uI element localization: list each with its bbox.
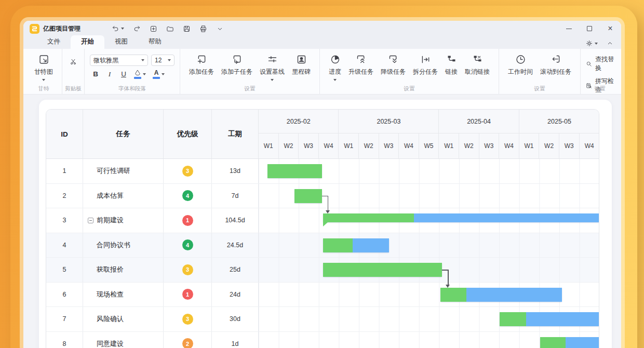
timeline-week: W3 (379, 133, 399, 159)
open-file-button[interactable] (166, 25, 174, 33)
table-row[interactable]: 7 风险确认 3 30d (46, 307, 259, 332)
timeline-week: W2 (459, 133, 479, 159)
progress-button[interactable]: 进度 (325, 53, 345, 82)
gantt-summary-bar[interactable] (323, 213, 599, 222)
work-time-button[interactable]: 工作时间 (504, 53, 536, 77)
find-replace-button[interactable]: 查找替换 (586, 55, 614, 73)
duration-cell: 30d (212, 307, 259, 331)
caret-down-icon (333, 79, 337, 81)
task-id: 4 (46, 233, 83, 258)
font-name-select[interactable]: 微软雅黑 (90, 55, 148, 66)
task-list: 1 可行性调研 3 13d 2 成本估算 4 7d 3 (46, 159, 259, 348)
collapse-ribbon-button[interactable] (606, 39, 614, 47)
column-header-id[interactable]: ID (46, 110, 83, 159)
font-color-button[interactable]: A (153, 70, 165, 79)
task-name-cell[interactable]: 可行性调研 (83, 159, 164, 183)
unlink-button[interactable]: 取消链接 (461, 53, 493, 77)
group-label: 剪贴板 (62, 85, 84, 92)
bar-remaining-segment (526, 312, 599, 326)
add-subtask-icon (232, 54, 243, 65)
duration-cell: 25d (212, 258, 259, 282)
more-commands-button[interactable] (216, 25, 224, 33)
table-row[interactable]: 8 同意建设 2 1d (46, 332, 259, 348)
undo-button[interactable] (112, 25, 124, 33)
split-task-button[interactable]: 拆分任务 (409, 53, 441, 77)
task-name-cell[interactable]: 同意建设 (83, 332, 164, 348)
close-button[interactable]: × (607, 25, 614, 32)
column-header-priority[interactable]: 优先级 (164, 110, 212, 159)
scroll-to-task-button[interactable]: 滚动到任务 (536, 53, 575, 77)
bar-remaining-segment (466, 288, 562, 302)
add-subtask-button[interactable]: 添加子任务 (218, 53, 256, 77)
task-name-cell[interactable]: 前期建设 (83, 208, 164, 233)
priority-badge: 4 (182, 239, 193, 250)
collapse-icon[interactable] (88, 218, 93, 223)
bar-progress-segment (267, 164, 321, 178)
gantt-task-bar[interactable] (500, 312, 599, 326)
fill-color-button[interactable] (134, 70, 146, 79)
gantt-task-bar[interactable] (294, 189, 321, 203)
task-name-cell[interactable]: 成本估算 (83, 184, 164, 208)
tab-help[interactable]: 帮助 (138, 35, 172, 49)
gantt-task-bar[interactable] (323, 263, 442, 277)
tab-home[interactable]: 开始 (71, 35, 104, 49)
table-row[interactable]: 5 获取报价 3 25d (46, 258, 259, 283)
timeline-week: W4 (499, 133, 519, 159)
link-button[interactable]: 链接 (441, 53, 461, 77)
milestone-icon (296, 54, 307, 65)
table-row[interactable]: 2 成本估算 4 7d (46, 184, 259, 209)
caret-down-icon (595, 43, 598, 45)
italic-button[interactable]: I (106, 70, 113, 78)
redo-button[interactable] (133, 25, 141, 33)
dependency-arrowhead-icon (326, 210, 330, 213)
timeline-week: W1 (439, 133, 459, 159)
app-title: 亿图项目管理 (43, 24, 81, 33)
maximize-button[interactable] (586, 25, 593, 32)
timeline-week: W1 (259, 133, 279, 159)
table-row[interactable]: 3 前期建设 1 104.5d (46, 208, 259, 233)
gantt-task-bar[interactable] (267, 164, 321, 178)
table-row[interactable]: 1 可行性调研 3 13d (46, 159, 259, 184)
task-name-cell[interactable]: 合同协议书 (83, 233, 164, 258)
task-name-cell[interactable]: 获取报价 (83, 258, 164, 282)
gantt-task-bar[interactable] (323, 238, 389, 252)
task-name-cell[interactable]: 现场检查 (83, 283, 164, 307)
task-name: 可行性调研 (97, 166, 130, 176)
fill-color-icon (134, 70, 141, 76)
gantt-task-bar[interactable] (540, 337, 599, 348)
new-document-button[interactable] (150, 25, 157, 33)
gantt-chart-button[interactable]: 甘特图 (31, 53, 57, 82)
font-color-letter: A (154, 70, 159, 76)
tab-file[interactable]: 文件 (37, 35, 71, 49)
underline-button[interactable]: U (120, 70, 127, 78)
save-button[interactable] (183, 25, 191, 33)
add-task-button[interactable]: 添加任务 (185, 53, 218, 77)
minimize-button[interactable] (565, 25, 572, 32)
task-name-cell[interactable]: 风险确认 (83, 307, 164, 331)
print-button[interactable] (199, 25, 207, 33)
cut-icon[interactable] (70, 58, 77, 65)
set-baseline-button[interactable]: 设置基线 (256, 53, 288, 82)
new-document-icon (150, 25, 157, 33)
titlebar: 亿图项目管理 (23, 21, 621, 36)
table-row[interactable]: 6 现场检查 1 24d (46, 283, 259, 307)
timeline-week: W5 (419, 133, 439, 159)
column-header-task[interactable]: 任务 (83, 110, 164, 159)
font-size-select[interactable]: 12 (151, 55, 175, 66)
bold-button[interactable]: B (92, 70, 99, 78)
duration-cell: 7d (212, 184, 259, 208)
timeline-month-row: 2025-022025-032025-042025-05 (259, 110, 599, 133)
table-row[interactable]: 4 合同协议书 4 24.5d (46, 233, 259, 258)
settings-gear-button[interactable] (585, 39, 598, 47)
timeline-week-row: W1W2W3W4W1W2W3W4W5W1W2W3W4W1W2W3W4 (259, 133, 599, 159)
fill-color-swatch (134, 77, 141, 79)
gantt-task-bar[interactable] (440, 288, 562, 302)
folder-icon (166, 25, 174, 33)
column-header-duration[interactable]: 工期 (212, 110, 259, 159)
demote-task-button[interactable]: 降级任务 (377, 53, 409, 77)
milestone-button[interactable]: 里程碑 (288, 53, 314, 77)
tab-view[interactable]: 视图 (104, 35, 138, 49)
promote-task-button[interactable]: 升级任务 (345, 53, 377, 77)
gantt-chart-icon (38, 54, 49, 65)
duration-cell: 24d (212, 283, 259, 307)
